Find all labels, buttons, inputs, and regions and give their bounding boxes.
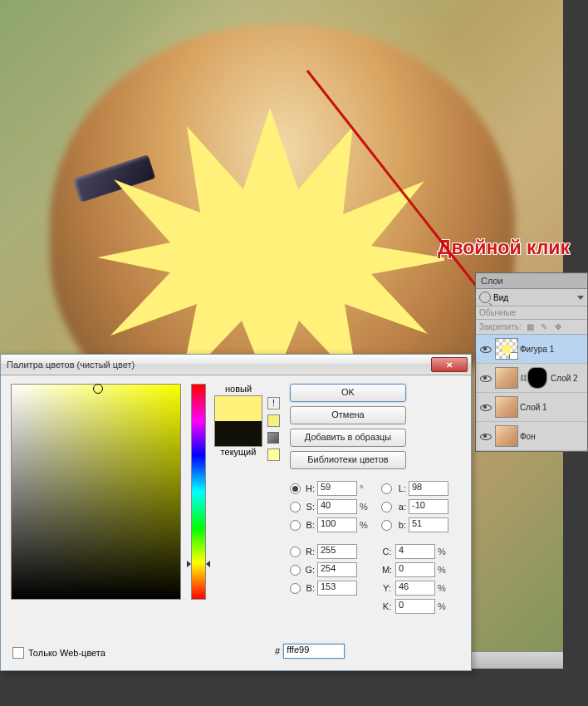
input-b3[interactable]: 51 [409, 517, 448, 532]
ok-button[interactable]: OK [290, 384, 406, 402]
layer-mask-thumbnail[interactable] [527, 367, 547, 389]
web-only-row: Только Web-цвета [12, 647, 105, 659]
radio-b[interactable] [290, 520, 301, 531]
visibility-toggle-icon[interactable] [479, 430, 491, 442]
current-color-label: текущий [214, 447, 262, 457]
radio-s[interactable] [290, 502, 301, 512]
color-libraries-button[interactable]: Библиотеки цветов [290, 451, 406, 469]
hue-slider[interactable] [191, 384, 206, 600]
layer-row-shape1[interactable]: Фигура 1 [476, 335, 587, 364]
input-m[interactable]: 0 [395, 562, 435, 577]
lock-move-icon[interactable]: ✥ [555, 322, 564, 331]
lock-transparency-icon[interactable]: ▦ [527, 322, 536, 331]
hex-input[interactable]: fffe99 [283, 644, 345, 659]
input-b2[interactable]: 153 [317, 581, 357, 596]
radio-l[interactable] [381, 483, 392, 494]
add-swatch-button[interactable]: Добавить в образцы [290, 429, 406, 447]
color-field-cursor[interactable] [93, 384, 103, 394]
current-color-swatch[interactable] [215, 421, 262, 446]
web-only-checkbox[interactable] [12, 647, 24, 659]
starburst-shape[interactable] [96, 101, 444, 392]
blend-mode-select[interactable]: Обычные [476, 306, 587, 320]
link-icon: ⛓ [520, 374, 527, 382]
layer-name: Фон [520, 432, 536, 441]
radio-g[interactable] [290, 565, 301, 576]
layer-name: Фигура 1 [520, 345, 554, 354]
cube-icon[interactable] [267, 432, 279, 444]
radio-a[interactable] [381, 502, 392, 512]
lock-row: Закрепить: ▦ ✎ ✥ [476, 320, 587, 335]
color-swatch-box [214, 395, 262, 447]
input-c[interactable]: 4 [395, 544, 435, 559]
radio-h[interactable] [290, 483, 301, 494]
input-r[interactable]: 255 [317, 544, 357, 559]
gamut-swatch[interactable] [267, 414, 280, 427]
input-a[interactable]: -10 [409, 499, 448, 514]
layers-tab[interactable]: Слои [476, 273, 587, 289]
search-icon [479, 292, 491, 303]
layer-filter-row: Вид [476, 289, 587, 306]
annotation-text: Двойной клик [438, 237, 570, 259]
layer-thumbnail[interactable] [495, 338, 518, 360]
color-field[interactable] [11, 384, 181, 600]
dialog-title: Палитра цветов (чистый цвет) [4, 360, 431, 370]
visibility-toggle-icon[interactable] [479, 401, 491, 413]
chevron-down-icon[interactable] [577, 296, 584, 300]
gamut-warning-icon[interactable]: ! [267, 397, 280, 409]
websafe-swatch[interactable] [267, 449, 280, 461]
new-color-label: новый [214, 384, 262, 394]
lock-brush-icon[interactable]: ✎ [541, 322, 550, 331]
close-button[interactable]: ✕ [431, 357, 468, 372]
layer-filter-label[interactable]: Вид [493, 293, 575, 302]
layer-thumbnail[interactable] [495, 367, 518, 389]
layer-row-layer1[interactable]: Слой 1 [476, 393, 587, 422]
layer-name: Слой 2 [551, 374, 578, 383]
lock-label: Закрепить: [479, 322, 522, 331]
cancel-button[interactable]: Отмена [290, 406, 406, 424]
dialog-titlebar[interactable]: Палитра цветов (чистый цвет) ✕ [1, 355, 471, 375]
color-picker-dialog: Палитра цветов (чистый цвет) ✕ новый тек… [0, 354, 472, 671]
visibility-toggle-icon[interactable] [479, 372, 491, 384]
radio-r[interactable] [290, 547, 301, 557]
input-k[interactable]: 0 [395, 599, 435, 614]
radio-b2[interactable] [290, 583, 301, 594]
layer-thumbnail[interactable] [495, 425, 518, 447]
layer-name: Слой 1 [520, 403, 547, 412]
input-s[interactable]: 40 [317, 499, 357, 514]
layer-thumbnail[interactable] [495, 396, 518, 418]
input-g[interactable]: 254 [317, 562, 357, 577]
new-color-swatch[interactable] [215, 396, 262, 421]
input-h[interactable]: 59 [317, 481, 357, 496]
hex-label: # [275, 646, 280, 656]
layers-panel: Слои Вид Обычные Закрепить: ▦ ✎ ✥ Фигура… [475, 272, 588, 452]
input-b[interactable]: 100 [317, 517, 357, 532]
input-y[interactable]: 46 [395, 581, 435, 596]
radio-b3[interactable] [381, 520, 392, 531]
layer-row-background[interactable]: Фон [476, 422, 587, 451]
svg-marker-0 [97, 108, 444, 392]
input-l[interactable]: 98 [409, 481, 448, 496]
hex-row: # fffe99 [275, 644, 345, 659]
visibility-toggle-icon[interactable] [479, 343, 491, 355]
web-only-label: Только Web-цвета [28, 648, 105, 658]
layer-row-copy[interactable]: ⛓ Слой 2 [476, 364, 587, 393]
